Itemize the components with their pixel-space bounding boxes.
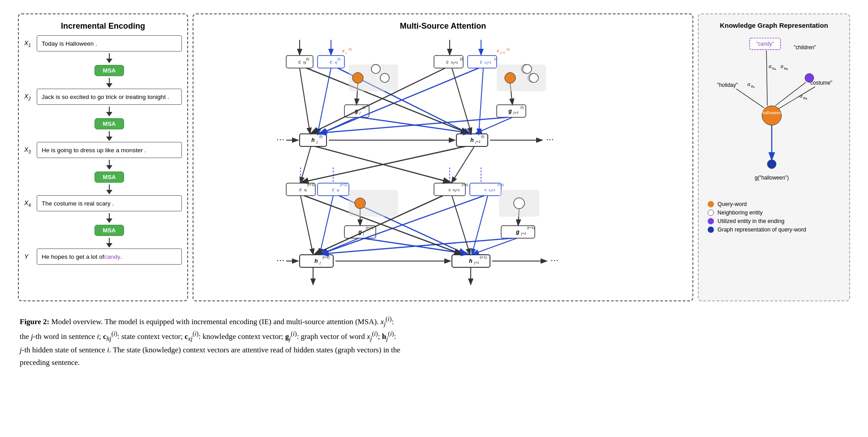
svg-rect-26 — [468, 56, 497, 68]
svg-text:h,j+1: h,j+1 — [451, 61, 458, 64]
legend-utilized: Utilized entity in the ending — [708, 218, 840, 224]
svg-text:xj: xj — [336, 189, 339, 192]
knowledge-graph-panel: Knowledge Graph Representation "candy" "… — [698, 13, 850, 301]
svg-point-162 — [767, 160, 776, 169]
svg-text:R₁: R₁ — [772, 67, 776, 71]
svg-text:(i+1): (i+1) — [307, 183, 315, 187]
svg-text:α: α — [769, 64, 772, 69]
svg-text:x,j+1: x,j+1 — [484, 61, 491, 64]
sentence-box-3: He is going to dress up like a monster . — [37, 142, 182, 158]
svg-text:j+1: j+1 — [475, 140, 481, 144]
svg-line-102 — [322, 238, 512, 254]
svg-text:j+1: j+1 — [521, 231, 526, 236]
svg-point-135 — [371, 64, 380, 73]
svg-line-91 — [479, 68, 483, 134]
svg-text:c: c — [298, 59, 301, 64]
svg-text:g("halloween"): g("halloween") — [755, 175, 789, 181]
svg-text:"halloween": "halloween" — [761, 111, 783, 115]
sentence-row-2: X2 Jack is so excited to go trick or tre… — [24, 89, 182, 105]
svg-text:xj: xj — [334, 60, 337, 64]
svg-text:"candy": "candy" — [756, 41, 774, 47]
svg-text:hj: hj — [303, 60, 306, 64]
msa-button-1: MSA — [37, 65, 182, 76]
svg-text:(i+1): (i+1) — [527, 226, 535, 230]
svg-line-98 — [321, 196, 484, 254]
svg-line-99 — [472, 196, 488, 254]
svg-point-136 — [380, 73, 389, 82]
diagram-area: Incremental Encoding X1 Today is Hallowe… — [9, 9, 859, 306]
svg-line-112 — [301, 196, 313, 254]
svg-point-137 — [505, 73, 516, 83]
svg-text:h: h — [469, 258, 472, 264]
sentence-label-2: X2 — [24, 93, 37, 101]
inc-enc-title: Incremental Encoding — [24, 21, 182, 31]
svg-text:h,j+1: h,j+1 — [453, 189, 460, 192]
svg-line-106 — [302, 146, 465, 182]
legend-label-graph: Graph representation of query-word — [718, 227, 806, 233]
legend-icon-blue — [708, 227, 714, 233]
msa-button-2: MSA — [37, 118, 182, 129]
sentence-label-4: X4 — [24, 199, 37, 208]
msa-button-3: MSA — [37, 171, 182, 183]
svg-point-139 — [529, 73, 538, 82]
svg-text:⋯: ⋯ — [276, 135, 284, 144]
main-container: Incremental Encoding X1 Today is Hallowe… — [9, 9, 859, 373]
msa-diagram: c hj (i) c xj (i) x j (i) — [197, 35, 689, 295]
msa-button-4: MSA — [37, 225, 182, 236]
msa-title: Multi-Source Attention — [197, 21, 689, 31]
sentence-box-1: Today is Halloween . — [37, 35, 182, 51]
svg-point-141 — [514, 198, 524, 209]
svg-line-108 — [300, 68, 310, 133]
svg-text:j+1: j+1 — [474, 261, 479, 265]
legend-label-utilized: Utilized entity in the ending — [718, 218, 784, 224]
svg-text:h: h — [470, 137, 473, 143]
legend-icon-orange — [708, 201, 714, 207]
svg-text:j: j — [316, 140, 318, 144]
svg-text:(i): (i) — [507, 47, 510, 51]
sentence-row-1: X1 Today is Halloween . — [24, 35, 182, 51]
legend-graph-rep: Graph representation of query-word — [708, 227, 840, 233]
svg-text:(i): (i) — [494, 57, 497, 61]
svg-text:h: h — [311, 137, 314, 143]
svg-text:(i+1): (i+1) — [322, 255, 330, 259]
sentence-label-3: X3 — [24, 146, 37, 154]
svg-text:(i+1): (i+1) — [462, 183, 468, 187]
svg-text:(i+1): (i+1) — [340, 183, 348, 187]
sentence-box-2: Jack is so excited to go trick or treati… — [37, 89, 182, 105]
svg-rect-22 — [434, 56, 463, 68]
sentence-row-3: X3 He is going to dress up like a monste… — [24, 142, 182, 158]
svg-text:c: c — [447, 60, 449, 64]
svg-text:⋯: ⋯ — [546, 135, 554, 144]
svg-text:"holiday": "holiday" — [717, 82, 738, 88]
sentence-box-y: He hopes to get a lot of candy . — [37, 248, 182, 265]
legend-icon-purple — [708, 218, 714, 224]
svg-text:(i): (i) — [520, 105, 524, 109]
svg-point-134 — [352, 73, 363, 83]
legend-neighboring: Neighboring entity — [708, 210, 840, 216]
candy-word: candy — [104, 253, 120, 260]
svg-text:(i): (i) — [319, 134, 322, 138]
svg-text:⋯: ⋯ — [276, 256, 284, 265]
svg-text:hj: hj — [304, 189, 307, 192]
svg-point-140 — [355, 198, 365, 209]
svg-text:j: j — [345, 51, 347, 55]
svg-text:(i): (i) — [481, 134, 484, 138]
svg-text:j+1: j+1 — [513, 111, 519, 115]
svg-text:c: c — [300, 187, 302, 192]
svg-text:R₀: R₀ — [751, 85, 755, 89]
svg-point-138 — [523, 64, 532, 73]
svg-text:⋯: ⋯ — [550, 256, 559, 265]
svg-text:h: h — [314, 258, 318, 264]
legend-icon-white — [708, 210, 714, 216]
svg-text:x,j+1: x,j+1 — [488, 189, 495, 192]
svg-text:(i): (i) — [337, 57, 340, 61]
figure-caption: Figure 2: Model overview. The model is e… — [9, 306, 859, 373]
svg-text:c: c — [449, 188, 451, 192]
svg-line-159 — [766, 51, 767, 106]
caption-text: Figure 2: Model overview. The model is e… — [20, 314, 848, 368]
svg-line-158 — [736, 89, 764, 108]
svg-text:g: g — [516, 229, 520, 235]
svg-text:R₂: R₂ — [784, 67, 788, 71]
svg-text:(i+1): (i+1) — [498, 183, 504, 187]
sentence-row-4: X4 The costume is real scary . — [24, 195, 182, 211]
